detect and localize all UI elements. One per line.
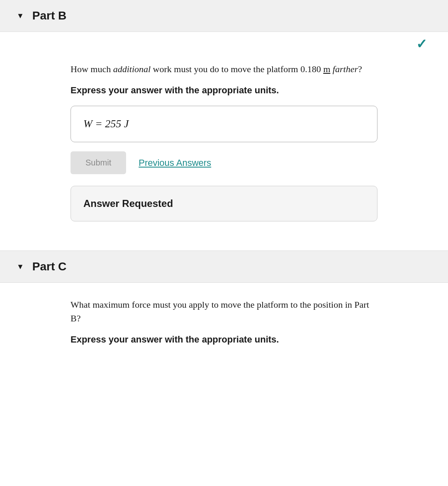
answer-value: W = 255 J bbox=[83, 118, 129, 130]
button-row: Submit Previous Answers bbox=[71, 151, 377, 174]
answer-requested-box: Answer Requested bbox=[71, 186, 377, 221]
answer-requested-label: Answer Requested bbox=[83, 198, 173, 209]
page-container: ▼ Part B ✓ How much additional work must… bbox=[0, 0, 448, 357]
part-c-question: What maximum force must you apply to mov… bbox=[71, 298, 377, 325]
part-b-question: How much additional work must you do to … bbox=[71, 62, 377, 76]
checkmark-container: ✓ bbox=[0, 32, 448, 54]
answer-input[interactable]: W = 255 J bbox=[71, 106, 377, 142]
checkmark-icon: ✓ bbox=[416, 36, 427, 52]
chevron-down-icon[interactable]: ▼ bbox=[17, 12, 24, 20]
submit-button[interactable]: Submit bbox=[71, 151, 126, 174]
part-b-express-instruction: Express your answer with the appropriate… bbox=[71, 85, 377, 96]
part-c-content: What maximum force must you apply to mov… bbox=[0, 283, 448, 357]
part-c-express-instruction: Express your answer with the appropriate… bbox=[71, 334, 377, 345]
part-c-title: Part C bbox=[32, 260, 66, 273]
part-c-header: ▼ Part C bbox=[0, 250, 448, 283]
part-b-header: ▼ Part B bbox=[0, 0, 448, 32]
part-b-content: How much additional work must you do to … bbox=[0, 54, 448, 234]
previous-answers-link[interactable]: Previous Answers bbox=[139, 158, 211, 168]
part-b-title: Part B bbox=[32, 9, 66, 22]
part-c-wrapper: ▼ Part C What maximum force must you app… bbox=[0, 250, 448, 357]
part-c-chevron-icon[interactable]: ▼ bbox=[17, 262, 24, 271]
